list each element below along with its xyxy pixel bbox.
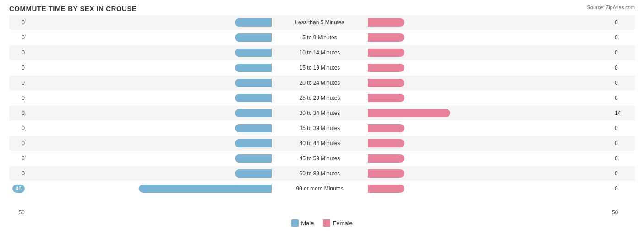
bar-label: 15 to 19 Minutes	[272, 65, 368, 71]
right-value: 0	[612, 49, 635, 56]
chart-title: COMMUTE TIME BY SEX IN CROUSE	[9, 5, 635, 12]
bar-pair: 10 to 14 Minutes	[27, 45, 612, 60]
legend-female-item: Female	[323, 219, 352, 227]
bars-section: 10 to 14 Minutes	[27, 45, 612, 60]
female-bar	[368, 79, 404, 87]
female-bar	[368, 18, 404, 27]
left-value: 0	[9, 95, 27, 101]
female-bar	[368, 64, 404, 72]
chart-area: 0Less than 5 Minutes005 to 9 Minutes0010…	[9, 15, 635, 207]
chart-row: 025 to 29 Minutes0	[9, 91, 635, 105]
female-bar-container	[368, 18, 514, 27]
bars-section: 20 to 24 Minutes	[27, 76, 612, 90]
bar-label: 60 to 89 Minutes	[272, 170, 368, 177]
female-bar-container	[368, 79, 514, 87]
bar-pair: 90 or more Minutes	[27, 181, 612, 196]
bars-section: 25 to 29 Minutes	[27, 91, 612, 105]
right-value: 0	[612, 80, 635, 86]
bars-section: 60 to 89 Minutes	[27, 166, 612, 181]
bars-section: 5 to 9 Minutes	[27, 30, 612, 45]
left-value: 0	[9, 49, 27, 56]
female-bar-container	[368, 64, 514, 72]
male-bar	[235, 18, 272, 27]
chart-row: 05 to 9 Minutes0	[9, 30, 635, 45]
bar-label: 90 or more Minutes	[272, 185, 368, 192]
left-value: 0	[9, 155, 27, 162]
bar-label: 20 to 24 Minutes	[272, 80, 368, 86]
male-bar	[235, 33, 272, 42]
female-bar	[368, 139, 404, 147]
legend-male-box	[291, 219, 299, 227]
bar-pair: 45 to 59 Minutes	[27, 151, 612, 166]
female-bar	[368, 33, 404, 42]
bar-label: 10 to 14 Minutes	[272, 49, 368, 56]
bar-pair: Less than 5 Minutes	[27, 15, 612, 30]
bar-pair: 40 to 44 Minutes	[27, 136, 612, 151]
male-bar	[235, 169, 272, 178]
bar-label: 40 to 44 Minutes	[272, 140, 368, 147]
chart-row: 060 to 89 Minutes0	[9, 166, 635, 181]
male-bar	[139, 185, 272, 193]
chart-container: COMMUTE TIME BY SEX IN CROUSE Source: Zi…	[0, 0, 644, 239]
axis-left: 50	[9, 209, 27, 216]
chart-row: 035 to 39 Minutes0	[9, 121, 635, 136]
female-bar	[368, 169, 404, 178]
male-bar-container	[125, 64, 272, 72]
right-value: 0	[612, 185, 635, 192]
left-value: 0	[9, 170, 27, 177]
right-value: 0	[612, 140, 635, 147]
right-value: 0	[612, 155, 635, 162]
chart-row: 015 to 19 Minutes0	[9, 60, 635, 75]
female-bar-container	[368, 49, 514, 57]
bar-pair: 15 to 19 Minutes	[27, 60, 612, 75]
left-value: 0	[9, 110, 27, 116]
male-bar	[235, 94, 272, 102]
chart-row: 040 to 44 Minutes0	[9, 136, 635, 151]
male-bar-container	[125, 49, 272, 57]
male-bar-container	[125, 33, 272, 42]
right-value: 0	[612, 19, 635, 26]
female-bar	[368, 185, 404, 193]
chart-row: 045 to 59 Minutes0	[9, 151, 635, 166]
female-bar	[368, 109, 450, 117]
female-bar	[368, 124, 404, 132]
bar-label: 30 to 34 Minutes	[272, 110, 368, 116]
male-bar-container	[125, 169, 272, 178]
legend: Male Female	[9, 219, 635, 227]
chart-row: 0Less than 5 Minutes0	[9, 15, 635, 30]
bar-label: 25 to 29 Minutes	[272, 95, 368, 101]
male-bar-container	[125, 79, 272, 87]
female-bar-container	[368, 94, 514, 102]
female-bar-container	[368, 124, 514, 132]
bars-section: Less than 5 Minutes	[27, 15, 612, 30]
right-value: 0	[612, 34, 635, 41]
female-bar	[368, 49, 404, 57]
right-value: 0	[612, 65, 635, 71]
legend-male-label: Male	[301, 220, 314, 227]
male-bar-container	[125, 94, 272, 102]
male-bar	[235, 124, 272, 132]
legend-female-label: Female	[333, 220, 352, 227]
female-bar-container	[368, 154, 514, 163]
male-bar-container	[125, 124, 272, 132]
bar-label: 45 to 59 Minutes	[272, 155, 368, 162]
male-bar-container	[125, 185, 272, 193]
female-bar-container	[368, 139, 514, 147]
bars-section: 40 to 44 Minutes	[27, 136, 612, 151]
male-bar	[235, 79, 272, 87]
male-bar-container	[125, 154, 272, 163]
male-bar	[235, 49, 272, 57]
bar-pair: 25 to 29 Minutes	[27, 91, 612, 105]
left-value: 0	[9, 34, 27, 41]
left-value: 0	[9, 140, 27, 147]
legend-male-item: Male	[291, 219, 314, 227]
bar-label: Less than 5 Minutes	[272, 19, 368, 26]
bars-section: 35 to 39 Minutes	[27, 121, 612, 136]
bar-label: 35 to 39 Minutes	[272, 125, 368, 131]
male-bar-container	[125, 18, 272, 27]
left-value: 0	[9, 19, 27, 26]
male-bar	[235, 64, 272, 72]
female-bar-container	[368, 109, 514, 117]
male-bar-container	[125, 139, 272, 147]
axis-right: 50	[612, 209, 635, 216]
